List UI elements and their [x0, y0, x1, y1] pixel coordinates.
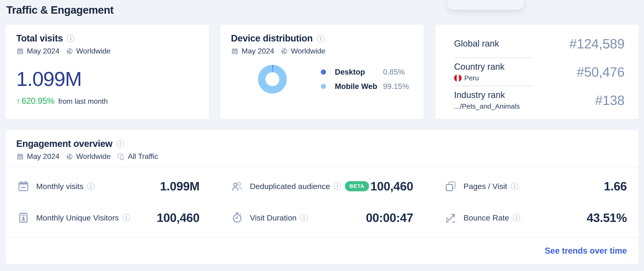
- period-label: May 2024: [27, 47, 60, 55]
- bounce-arrow-icon: [444, 212, 457, 224]
- total-visits-value: 1.099M: [16, 69, 198, 89]
- global-rank-value: #124,589: [569, 36, 624, 51]
- calendar-icon: [16, 47, 24, 55]
- peru-flag-icon: [454, 74, 462, 82]
- floating-element-partial: [448, 0, 524, 10]
- region-label: Worldwide: [76, 152, 111, 161]
- engagement-overview-card: Engagement overview May 2024 Worldwide A…: [5, 130, 639, 264]
- info-icon[interactable]: [123, 214, 130, 222]
- industry-rank-label: Industry rank: [454, 90, 520, 100]
- scope-row: May 2024 Worldwide All Traffic: [16, 152, 628, 161]
- region-label: Worldwide: [76, 47, 111, 55]
- legend-item-desktop: Desktop 0.85%: [321, 68, 409, 76]
- id-card-icon: [17, 212, 30, 224]
- metric-value: 1.66: [604, 179, 627, 193]
- change-note: from last month: [58, 97, 108, 106]
- change-percent: 620.95%: [22, 96, 54, 106]
- device-legend: Desktop 0.85% Mobile Web 99.15%: [321, 68, 409, 91]
- total-visits-title: Total visits: [16, 33, 63, 43]
- scope-row: May 2024 Worldwide: [16, 47, 198, 55]
- info-icon[interactable]: [334, 183, 341, 190]
- metric-label: Monthly visits: [36, 182, 84, 191]
- metric-value: 100,460: [370, 179, 413, 193]
- industry-path: .../Pets_and_Animals: [454, 102, 520, 110]
- globe-icon: [66, 153, 74, 161]
- change-row: ↑ 620.95% from last month: [16, 96, 198, 106]
- summary-cards-row: Total visits May 2024 Worldwide 1.099M ↑…: [5, 24, 639, 119]
- engagement-metrics-grid: Monthly visits 1.099M Deduplicated audie…: [6, 167, 638, 234]
- users-icon: [231, 180, 244, 193]
- globe-icon: [66, 47, 74, 55]
- rank-card: Global rank #124,589 Country rank Peru #…: [435, 24, 639, 119]
- period-label: May 2024: [242, 47, 274, 55]
- metric-pages-per-visit: Pages / Visit 1.66: [444, 171, 627, 202]
- scope-row: May 2024 Worldwide: [231, 47, 413, 55]
- metric-monthly-unique-visitors: Monthly Unique Visitors 100,460: [17, 202, 200, 234]
- info-icon[interactable]: [511, 183, 518, 190]
- country-rank-row: Country rank Peru #50,476: [454, 58, 624, 86]
- region-label: Worldwide: [291, 47, 326, 55]
- legend-value: 99.15%: [383, 82, 409, 91]
- calendar-icon: [16, 153, 24, 161]
- device-distribution-donut-chart: [258, 65, 287, 94]
- metric-label: Pages / Visit: [464, 182, 507, 191]
- globe-icon: [280, 47, 288, 55]
- desktop-dot-icon: [321, 69, 326, 75]
- country-rank-label: Country rank: [454, 62, 505, 72]
- metric-label: Visit Duration: [250, 213, 297, 222]
- info-icon[interactable]: [67, 35, 74, 42]
- country-rank-value: #50,476: [577, 64, 624, 80]
- info-icon[interactable]: [300, 214, 308, 222]
- device-distribution-card: Device distribution May 2024 Worldwide: [220, 24, 424, 119]
- engagement-overview-title: Engagement overview: [16, 139, 112, 149]
- metric-label: Deduplicated audience: [250, 182, 330, 191]
- calendar-minus-icon: [17, 180, 30, 193]
- pages-icon: [444, 180, 457, 193]
- legend-label: Mobile Web: [335, 82, 383, 91]
- metric-label: Bounce Rate: [464, 213, 509, 222]
- metric-value: 43.51%: [587, 211, 627, 225]
- legend-value: 0.85%: [383, 68, 405, 76]
- period-label: May 2024: [27, 152, 60, 161]
- metric-label: Monthly Unique Visitors: [36, 213, 119, 222]
- country-name: Peru: [464, 74, 479, 82]
- traffic-engagement-dashboard: Traffic & Engagement Total visits May 20…: [0, 0, 644, 264]
- legend-item-mobile-web: Mobile Web 99.15%: [321, 82, 409, 91]
- total-visits-card: Total visits May 2024 Worldwide 1.099M ↑…: [5, 24, 209, 119]
- beta-badge: BETA: [345, 181, 369, 191]
- page-title: Traffic & Engagement: [5, 0, 639, 16]
- global-rank-label: Global rank: [454, 39, 499, 49]
- global-rank-row: Global rank #124,589: [454, 30, 624, 58]
- industry-rank-row: Industry rank .../Pets_and_Animals #138: [454, 86, 624, 114]
- traffic-filter-label: All Traffic: [128, 152, 158, 161]
- calendar-icon: [231, 47, 239, 55]
- up-arrow-icon: ↑: [16, 97, 20, 106]
- metric-monthly-visits: Monthly visits 1.099M: [17, 171, 200, 202]
- industry-rank-value: #138: [595, 92, 624, 108]
- see-trends-link[interactable]: See trends over time: [545, 246, 627, 256]
- metric-value: 00:00:47: [366, 211, 413, 225]
- stopwatch-icon: [231, 212, 244, 224]
- info-icon[interactable]: [513, 214, 520, 222]
- info-icon[interactable]: [116, 140, 124, 148]
- metric-visit-duration: Visit Duration 00:00:47: [231, 202, 413, 234]
- metric-value: 1.099M: [160, 179, 199, 193]
- metric-value: 100,460: [157, 211, 199, 225]
- info-icon[interactable]: [317, 35, 324, 42]
- metric-bounce-rate: Bounce Rate 43.51%: [444, 202, 627, 234]
- mobile-web-dot-icon: [321, 84, 326, 89]
- all-traffic-icon: [116, 152, 125, 161]
- info-icon[interactable]: [87, 183, 94, 190]
- legend-label: Desktop: [335, 68, 383, 76]
- metric-deduplicated-audience: Deduplicated audience BETA 100,460: [231, 171, 413, 202]
- device-distribution-title: Device distribution: [231, 33, 312, 43]
